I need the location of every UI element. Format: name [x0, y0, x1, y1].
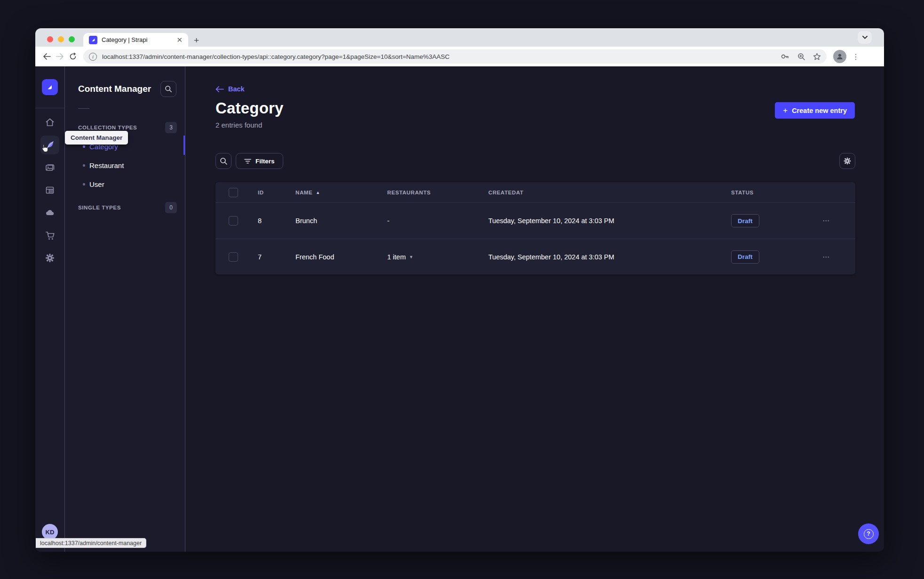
table-row[interactable]: 7 French Food 1 item ▼ Tuesday, Septembe…: [215, 239, 855, 274]
page-title: Category: [215, 99, 855, 117]
page-info-icon[interactable]: i: [89, 53, 97, 61]
table-search-button[interactable]: [215, 153, 231, 169]
entries-count: 2 entries found: [215, 121, 855, 129]
sidebar-rail: KD: [35, 66, 65, 552]
subnav-divider: [78, 108, 89, 109]
url-bar[interactable]: i localhost:1337/admin/content-manager/c…: [83, 49, 827, 64]
sidebar-item-home[interactable]: [40, 113, 59, 132]
single-types-count: 0: [165, 202, 177, 213]
cell-id: 8: [258, 217, 295, 225]
link-status-bubble: localhost:1337/admin/content-manager: [36, 538, 146, 548]
browser-window: Category | Strapi ✕ + i localhost:1337/a…: [35, 28, 884, 552]
subnav-search-button[interactable]: [160, 81, 176, 97]
row-menu-icon[interactable]: ⋯: [822, 253, 830, 261]
browser-profile-avatar[interactable]: [833, 50, 846, 63]
row-checkbox[interactable]: [229, 252, 238, 262]
plus-icon: +: [783, 106, 788, 114]
view-settings-button[interactable]: [839, 153, 855, 169]
user-avatar[interactable]: KD: [42, 524, 58, 540]
tab-title: Category | Strapi: [102, 36, 175, 43]
sidebar-item-content-type-builder[interactable]: [40, 181, 59, 200]
column-header-createdat[interactable]: CREATEDAT: [488, 190, 731, 195]
fullscreen-window-button[interactable]: [69, 36, 75, 42]
sidebar-item-content-manager[interactable]: [40, 136, 59, 154]
help-button[interactable]: ?: [858, 523, 879, 544]
cell-name: Brunch: [295, 217, 387, 225]
cell-id: 7: [258, 253, 295, 261]
forward-nav-icon[interactable]: [53, 50, 66, 63]
password-key-icon[interactable]: [781, 53, 790, 60]
strapi-app: KD Content Manager COLLECTION TYPES 3 Ca…: [35, 66, 884, 552]
status-badge: Draft: [731, 214, 759, 227]
subnav-item-user[interactable]: User: [65, 175, 185, 193]
filter-icon: [244, 159, 251, 164]
bullet-icon: [83, 145, 85, 148]
mouse-cursor: [41, 144, 49, 153]
window-controls: [47, 36, 75, 42]
sidebar-item-marketplace[interactable]: [40, 226, 59, 245]
zoom-magnifier-icon[interactable]: [797, 53, 805, 61]
minimize-window-button[interactable]: [58, 36, 64, 42]
entries-table: ID NAME ▲ RESTAURANTS CREATEDAT STATUS 8…: [215, 182, 855, 274]
back-link[interactable]: Back: [215, 85, 855, 93]
section-label: SINGLE TYPES: [78, 205, 121, 210]
sort-ascending-icon: ▲: [316, 190, 320, 195]
strapi-favicon-icon: [89, 36, 97, 44]
collection-types-count: 3: [165, 122, 177, 133]
back-nav-icon[interactable]: [40, 50, 53, 63]
strapi-logo[interactable]: [42, 79, 58, 95]
sidebar-item-settings[interactable]: [40, 249, 59, 267]
tab-strip: Category | Strapi ✕ +: [35, 28, 884, 47]
create-new-entry-button[interactable]: + Create new entry: [775, 102, 855, 119]
browser-tab[interactable]: Category | Strapi ✕: [83, 33, 188, 47]
bullet-icon: [83, 183, 85, 185]
cell-restaurants[interactable]: 1 item ▼: [387, 253, 488, 261]
browser-menu-icon[interactable]: ⋮: [852, 56, 855, 58]
single-types-section: SINGLE TYPES 0: [65, 202, 185, 213]
row-menu-icon[interactable]: ⋯: [822, 217, 830, 225]
column-header-restaurants[interactable]: RESTAURANTS: [387, 190, 488, 195]
content-manager-tooltip: Content Manager: [65, 131, 128, 145]
main-content: Back Category 2 entries found + Create n…: [185, 66, 884, 552]
bullet-icon: [83, 164, 85, 167]
subnav-item-restaurant[interactable]: Restaurant: [65, 156, 185, 175]
new-tab-button[interactable]: +: [194, 36, 199, 45]
column-header-name[interactable]: NAME ▲: [295, 190, 387, 195]
column-header-id[interactable]: ID: [258, 190, 295, 195]
active-item-indicator: [183, 136, 185, 155]
subnav-title: Content Manager: [78, 84, 151, 94]
cell-createdat: Tuesday, September 10, 2024 at 3:03 PM: [488, 253, 731, 261]
column-header-status[interactable]: STATUS: [731, 190, 808, 195]
table-header-row: ID NAME ▲ RESTAURANTS CREATEDAT STATUS: [215, 182, 855, 203]
cell-name: French Food: [295, 253, 387, 261]
status-badge: Draft: [731, 250, 759, 264]
close-tab-icon[interactable]: ✕: [175, 35, 183, 44]
sidebar-item-media-library[interactable]: [40, 158, 59, 177]
close-window-button[interactable]: [47, 36, 53, 42]
browser-toolbar: i localhost:1337/admin/content-manager/c…: [35, 47, 884, 66]
reload-icon[interactable]: [66, 50, 80, 63]
section-label: COLLECTION TYPES: [78, 125, 137, 130]
chevron-down-icon: ▼: [409, 255, 414, 259]
table-row[interactable]: 8 Brunch - Tuesday, September 10, 2024 a…: [215, 203, 855, 239]
back-arrow-icon: [215, 86, 224, 92]
filters-button[interactable]: Filters: [236, 153, 283, 169]
row-checkbox[interactable]: [229, 216, 238, 225]
question-mark-icon: ?: [864, 529, 874, 539]
bookmark-star-icon[interactable]: [813, 53, 821, 61]
content-manager-subnav: Content Manager COLLECTION TYPES 3 Categ…: [65, 66, 185, 552]
rail-divider: [35, 108, 65, 108]
select-all-checkbox[interactable]: [229, 188, 238, 197]
url-text[interactable]: localhost:1337/admin/content-manager/col…: [102, 53, 773, 60]
cell-createdat: Tuesday, September 10, 2024 at 3:03 PM: [488, 217, 731, 225]
tab-search-button[interactable]: [858, 31, 872, 44]
sidebar-item-cloud[interactable]: [40, 203, 59, 222]
cell-restaurants: -: [387, 217, 488, 225]
